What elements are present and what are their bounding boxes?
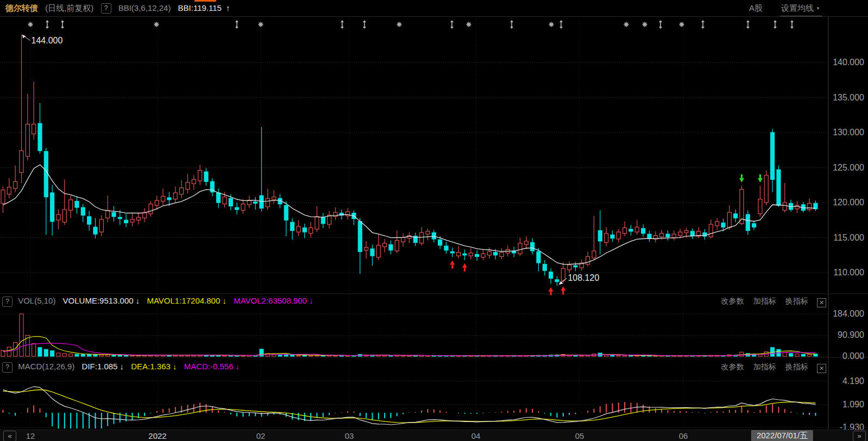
current-date-label[interactable]: 2022/07/01/五 xyxy=(751,430,813,441)
dif-value: DIF:1.085 xyxy=(82,362,118,371)
period-adjust-label: (日线,前复权) xyxy=(45,3,93,12)
bbi-line xyxy=(3,165,816,264)
x-axis-label: 2022 xyxy=(148,431,166,440)
buy-arrow-icon xyxy=(450,261,455,265)
dea-down-arrow-icon: ↓ xyxy=(173,362,177,371)
vol-switch-indicator-button[interactable]: 换指标 xyxy=(785,297,808,305)
macd-panel-header: ? MACD(12,26,9) DIF:1.085 ↓ DEA:1.363 ↓ … xyxy=(0,361,868,373)
y-axis-label: 110.000 xyxy=(833,268,864,277)
y-axis-labels: 140.000135.000130.000125.000120.000115.0… xyxy=(833,58,864,432)
indicator-value: BBI:119.115 xyxy=(178,3,222,12)
x-axis-label: 03 xyxy=(345,431,354,440)
mavol1-line xyxy=(3,337,816,356)
top-toolbar: 德尔转债 (日线,前复权) ? BBI(3,6,12,24) BBI:119.1… xyxy=(0,0,868,17)
y-axis-label: 90.900 xyxy=(838,330,864,339)
sell-arrow-icon xyxy=(758,178,763,182)
dif-down-arrow-icon: ↓ xyxy=(120,362,124,371)
low-annotation: 108.120 xyxy=(568,273,599,282)
macd-down-arrow-icon: ↓ xyxy=(236,362,240,371)
stock-chart-app: 140.000135.000130.000125.000120.000115.0… xyxy=(0,0,868,441)
mavol2-value: MAVOL2:63508.900 xyxy=(234,296,307,305)
volume-bars xyxy=(1,314,817,356)
buy-arrow-icon xyxy=(561,286,565,291)
chart-canvas: 140.000135.000130.000125.000120.000115.0… xyxy=(0,0,868,441)
ma-settings-button[interactable]: 设置均线▼ xyxy=(780,3,822,16)
volume-panel-header: ? VOL(5,10) VOLUME:9513.000 ↓ MAVOL1:172… xyxy=(0,295,868,307)
dif-line xyxy=(3,387,816,425)
macd-close-icon[interactable]: ✕ xyxy=(817,364,826,373)
security-name[interactable]: 德尔转债 xyxy=(5,3,38,12)
dea-line xyxy=(3,390,816,423)
vol-indicator-name[interactable]: VOL(5,10) xyxy=(18,296,55,305)
event-markers xyxy=(28,20,794,29)
y-axis-label: 135.000 xyxy=(833,93,864,102)
scroll-left-button[interactable]: « xyxy=(3,431,16,441)
volume-value: VOLUME:9513.000 xyxy=(63,296,134,305)
candlestick-series xyxy=(1,34,817,286)
macd-help-icon[interactable]: ? xyxy=(2,362,12,373)
vol-change-params-button[interactable]: 改参数 xyxy=(721,297,744,305)
help-icon[interactable]: ? xyxy=(101,3,111,14)
buy-arrow-icon xyxy=(549,287,553,292)
x-axis-label: 04 xyxy=(471,431,481,440)
y-axis-label: 1.090 xyxy=(842,400,864,409)
volume-down-arrow-icon: ↓ xyxy=(136,296,140,305)
y-axis-label: 130.000 xyxy=(833,128,864,137)
date-axis-bar: « 12202202030405062022/07/01/五 » xyxy=(0,430,868,441)
vol-add-indicator-button[interactable]: 加指标 xyxy=(753,297,776,305)
x-axis-label: 02 xyxy=(256,431,266,440)
mavol2-down-arrow-icon: ↓ xyxy=(309,296,313,305)
y-axis-label: 0.000 xyxy=(842,351,864,361)
vol-close-icon[interactable]: ✕ xyxy=(817,298,826,307)
macd-change-params-button[interactable]: 改参数 xyxy=(721,362,744,371)
y-axis-label: 184.000 xyxy=(833,309,864,318)
x-axis-label: 06 xyxy=(679,431,688,440)
y-axis-label: 140.000 xyxy=(833,58,864,67)
scroll-right-button[interactable]: » xyxy=(853,431,866,441)
price-annotations: 144.000108.120 xyxy=(22,34,599,285)
market-tab-a-share[interactable]: A股 xyxy=(749,3,763,12)
macd-add-indicator-button[interactable]: 加指标 xyxy=(753,362,776,371)
macd-indicator-name[interactable]: MACD(12,26,9) xyxy=(18,362,74,371)
macd-value: MACD:-0.556 xyxy=(184,362,234,371)
caret-down-icon: ▼ xyxy=(816,6,820,11)
ma-settings-label: 设置均线 xyxy=(781,3,814,12)
y-axis-label: 120.000 xyxy=(833,198,864,207)
indicator-name[interactable]: BBI(3,6,12,24) xyxy=(118,3,171,12)
mavol1-down-arrow-icon: ↓ xyxy=(222,296,227,305)
y-axis-label: 4.190 xyxy=(842,376,864,386)
mavol1-value: MAVOL1:17204.800 xyxy=(147,296,220,305)
macd-switch-indicator-button[interactable]: 换指标 xyxy=(785,362,808,371)
y-axis-label: 115.000 xyxy=(833,233,864,242)
high-annotation: 144.000 xyxy=(31,36,62,45)
x-axis-label: 12 xyxy=(26,431,35,440)
y-axis-label: 125.000 xyxy=(833,163,864,172)
buy-arrow-icon xyxy=(462,263,467,268)
vol-help-icon[interactable]: ? xyxy=(2,297,12,307)
mavol2-line xyxy=(3,343,816,356)
up-arrow-icon: ↑ xyxy=(226,3,230,12)
x-axis-label: 05 xyxy=(575,431,584,440)
active-tab-indicator xyxy=(194,0,216,2)
dea-value: DEA:1.363 xyxy=(131,362,171,371)
sell-arrow-icon xyxy=(739,178,744,182)
